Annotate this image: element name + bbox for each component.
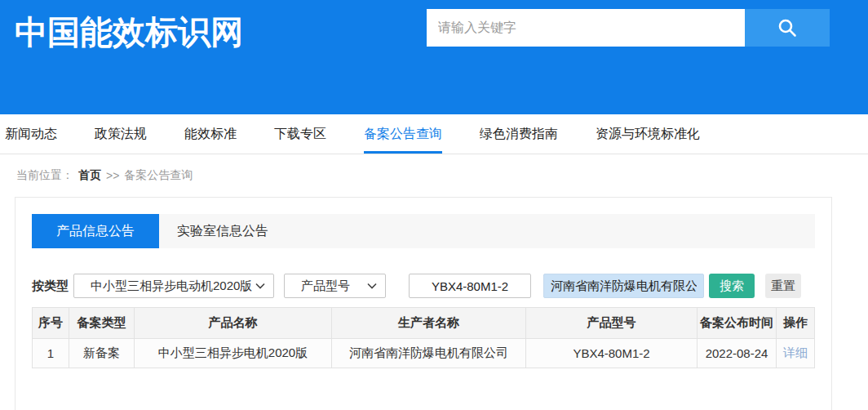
breadcrumb-prefix: 当前位置：: [16, 168, 73, 183]
cell-producer-name: 河南省南洋防爆电机有限公司: [332, 339, 526, 368]
cell-filing-type: 新备案: [69, 339, 135, 368]
cell-model: YBX4-80M1-2: [526, 339, 698, 368]
search-button[interactable]: 搜索: [709, 274, 755, 298]
col-header-publish-date: 备案公布时间: [698, 308, 777, 339]
nav-item-standards[interactable]: 能效标准: [184, 114, 237, 154]
producer-input[interactable]: [543, 274, 704, 298]
cell-product-name: 中小型三相异步电机2020版: [135, 339, 332, 368]
search-icon: [776, 16, 799, 39]
cell-index: 1: [33, 339, 69, 368]
nav-item-policy[interactable]: 政策法规: [95, 114, 147, 154]
site-logo: 中国能效标识网: [15, 10, 243, 55]
col-header-action: 操作: [777, 308, 815, 339]
col-header-producer-name: 生产者名称: [332, 308, 526, 339]
category-select-value: 中小型三相异步电动机2020版: [91, 279, 252, 294]
breadcrumb-current: 备案公告查询: [124, 168, 193, 183]
col-header-product-name: 产品名称: [135, 308, 332, 339]
chevron-down-icon: [367, 283, 377, 289]
chevron-down-icon: [255, 283, 265, 289]
main-nav: 新闻动态 政策法规 能效标准 下载专区 备案公告查询 绿色消费指南 资源与环境标…: [0, 114, 868, 154]
filter-row: 按类型 中小型三相异步电动机2020版 产品型号 搜索 重置: [32, 274, 815, 298]
breadcrumb: 当前位置： 首页 >> 备案公告查询: [0, 154, 868, 197]
table-header-row: 序号 备案类型 产品名称 生产者名称 产品型号 备案公布时间 操作: [33, 308, 815, 339]
field-select[interactable]: 产品型号: [284, 274, 386, 298]
col-header-index: 序号: [33, 308, 69, 339]
header-search-input[interactable]: [427, 9, 745, 47]
model-input[interactable]: [409, 274, 531, 298]
nav-item-green-consumption[interactable]: 绿色消费指南: [480, 114, 558, 154]
col-header-model: 产品型号: [526, 308, 698, 339]
nav-item-resources-env[interactable]: 资源与环境标准化: [596, 114, 700, 154]
reset-button[interactable]: 重置: [765, 274, 801, 298]
tab-product-info[interactable]: 产品信息公告: [32, 214, 159, 248]
nav-item-filing-query[interactable]: 备案公告查询: [364, 114, 442, 154]
content-panel: 产品信息公告 实验室信息公告 按类型 中小型三相异步电动机2020版 产品型号 …: [15, 197, 832, 410]
nav-item-news[interactable]: 新闻动态: [5, 114, 57, 154]
detail-link[interactable]: 详细: [783, 345, 808, 359]
table-row: 1 新备案 中小型三相异步电机2020版 河南省南洋防爆电机有限公司 YBX4-…: [33, 339, 815, 368]
results-table: 序号 备案类型 产品名称 生产者名称 产品型号 备案公布时间 操作 1 新备案 …: [32, 307, 815, 368]
breadcrumb-separator: >>: [106, 169, 119, 182]
filter-type-label: 按类型: [32, 279, 69, 294]
tab-strip: 产品信息公告 实验室信息公告: [32, 214, 815, 248]
site-header: 中国能效标识网: [0, 0, 868, 114]
header-search-button[interactable]: [745, 9, 830, 47]
cell-publish-date: 2022-08-24: [698, 339, 777, 368]
category-select[interactable]: 中小型三相异步电动机2020版: [73, 274, 274, 298]
tab-lab-info[interactable]: 实验室信息公告: [159, 214, 286, 248]
nav-item-downloads[interactable]: 下载专区: [274, 114, 326, 154]
field-select-value: 产品型号: [301, 279, 350, 294]
col-header-filing-type: 备案类型: [69, 308, 135, 339]
header-search-bar: [427, 9, 830, 47]
breadcrumb-home-link[interactable]: 首页: [78, 168, 101, 183]
